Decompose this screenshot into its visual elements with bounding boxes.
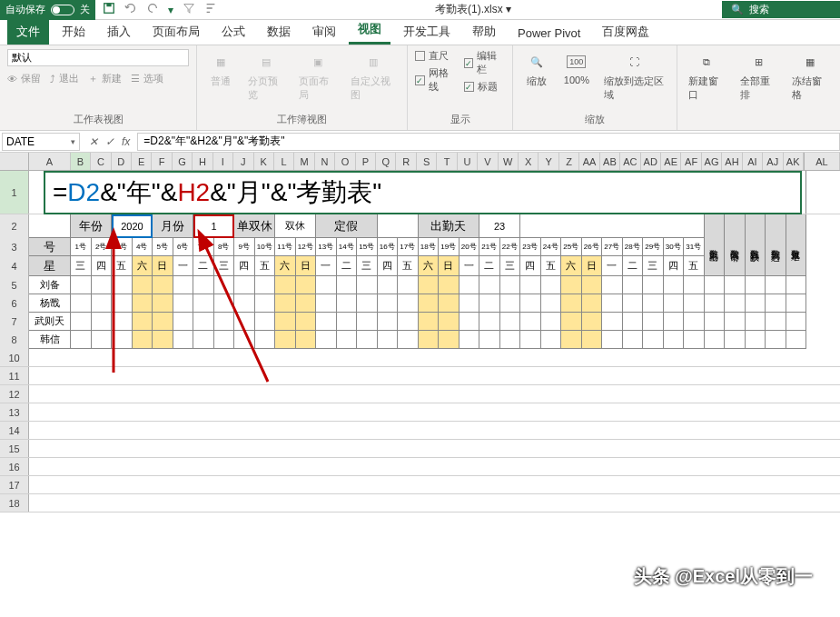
cell[interactable]: 23号 xyxy=(520,238,541,256)
cell[interactable] xyxy=(746,313,766,331)
cell[interactable] xyxy=(296,294,317,313)
touch-icon[interactable]: ▾ xyxy=(168,4,173,16)
page-break-button[interactable]: ▤分页预览 xyxy=(244,49,288,104)
column-header[interactable]: Z xyxy=(559,153,579,170)
cell[interactable] xyxy=(337,294,358,313)
custom-view-button[interactable]: ▥自定义视图 xyxy=(347,49,400,104)
cell[interactable]: 19号 xyxy=(439,238,460,256)
cell[interactable]: 一 xyxy=(460,256,480,276)
cell[interactable] xyxy=(398,331,419,349)
cell[interactable]: 17号 xyxy=(398,238,419,256)
cell[interactable]: 刘备 xyxy=(29,276,71,294)
column-header[interactable]: AH xyxy=(722,153,742,170)
cell[interactable]: 日 xyxy=(582,256,603,276)
cell[interactable] xyxy=(582,294,603,313)
cell[interactable] xyxy=(786,313,807,331)
column-header[interactable]: F xyxy=(152,153,172,170)
cell[interactable] xyxy=(296,313,317,331)
cell[interactable]: 30号 xyxy=(664,238,685,256)
column-header[interactable]: L xyxy=(274,153,294,170)
column-header[interactable]: H xyxy=(193,153,212,170)
cell[interactable]: 5号 xyxy=(153,238,173,256)
cell[interactable]: 27号 xyxy=(602,238,623,256)
cell[interactable] xyxy=(664,294,685,313)
cell[interactable] xyxy=(316,331,337,349)
cell[interactable]: 单双休 xyxy=(234,214,275,238)
row-header[interactable]: 18 xyxy=(0,494,29,512)
cell[interactable] xyxy=(316,313,337,331)
cell[interactable] xyxy=(725,313,746,331)
cell[interactable] xyxy=(357,294,378,313)
cell[interactable]: 六 xyxy=(419,256,440,276)
cell[interactable]: 31号 xyxy=(684,238,705,256)
row-header[interactable]: 5 xyxy=(0,276,29,294)
cell[interactable]: 25号 xyxy=(561,238,582,256)
cell[interactable]: 五 xyxy=(684,256,705,276)
column-header[interactable]: N xyxy=(315,153,335,170)
cell[interactable]: 四 xyxy=(378,256,399,276)
column-header[interactable]: AK xyxy=(784,153,804,170)
cell[interactable] xyxy=(296,331,317,349)
cell[interactable] xyxy=(725,276,746,294)
cell[interactable] xyxy=(29,349,828,366)
column-header[interactable]: X xyxy=(519,153,539,170)
cell[interactable] xyxy=(29,494,828,512)
column-header[interactable]: B xyxy=(71,153,91,170)
cell[interactable]: 五 xyxy=(398,256,419,276)
cell[interactable] xyxy=(29,476,828,493)
cell[interactable] xyxy=(520,313,541,331)
tab-formulas[interactable]: 公式 xyxy=(212,19,254,45)
active-cell-edit[interactable]: =D2&"年"&H2&"月"&"考勤表" xyxy=(44,171,802,214)
cell[interactable] xyxy=(684,331,705,349)
zoom-button[interactable]: 🔍缩放 xyxy=(520,49,553,90)
row-header[interactable]: 3 xyxy=(0,238,29,256)
cell[interactable] xyxy=(439,294,460,313)
tab-developer[interactable]: 开发工具 xyxy=(394,19,460,45)
cell[interactable]: 迟到天数 xyxy=(766,214,786,276)
cell[interactable] xyxy=(316,276,337,294)
column-header[interactable]: AI xyxy=(743,153,763,170)
page-layout-button[interactable]: ▣页面布局 xyxy=(295,49,339,104)
column-header[interactable]: V xyxy=(478,153,498,170)
cell[interactable] xyxy=(541,331,562,349)
cell[interactable] xyxy=(786,294,807,313)
cell[interactable] xyxy=(378,294,399,313)
cell[interactable] xyxy=(582,313,603,331)
cell[interactable] xyxy=(766,313,786,331)
cell[interactable] xyxy=(643,331,664,349)
row-header[interactable]: 7 xyxy=(0,313,29,331)
cell[interactable] xyxy=(766,276,786,294)
cell[interactable]: 日 xyxy=(296,256,317,276)
cell[interactable] xyxy=(623,294,644,313)
cell[interactable]: 20号 xyxy=(460,238,480,256)
cell[interactable] xyxy=(460,294,480,313)
cell[interactable] xyxy=(643,313,664,331)
formula-input[interactable]: =D2&"年"&H2&"月"&"考勤表" xyxy=(137,133,840,151)
ruler-checkbox[interactable]: 直尺 xyxy=(415,49,456,63)
row-header[interactable]: 1 xyxy=(0,171,29,214)
row-header[interactable]: 14 xyxy=(0,422,29,439)
column-header[interactable]: AJ xyxy=(763,153,783,170)
row-header[interactable]: 10 xyxy=(0,349,29,366)
cell[interactable] xyxy=(419,276,440,294)
cell[interactable] xyxy=(623,313,644,331)
cell[interactable] xyxy=(664,276,685,294)
cell[interactable]: 一 xyxy=(316,256,337,276)
cell[interactable]: 双休 xyxy=(275,214,316,238)
column-header[interactable]: A xyxy=(29,153,71,170)
column-header[interactable]: I xyxy=(213,153,233,170)
cell[interactable] xyxy=(500,294,521,313)
cell[interactable]: 一 xyxy=(602,256,623,276)
cell[interactable] xyxy=(439,331,460,349)
cell[interactable] xyxy=(725,331,746,349)
cell[interactable] xyxy=(520,294,541,313)
sort-icon[interactable] xyxy=(204,2,217,17)
column-header[interactable]: W xyxy=(499,153,519,170)
column-header[interactable]: J xyxy=(233,153,253,170)
column-header[interactable]: T xyxy=(437,153,457,170)
enter-icon[interactable]: ✓ xyxy=(105,135,114,148)
sheet-view-dropdown[interactable]: 默认 xyxy=(7,49,189,66)
cell[interactable] xyxy=(398,313,419,331)
search-box[interactable]: 🔍 搜索 xyxy=(722,1,840,18)
cell[interactable] xyxy=(398,294,419,313)
